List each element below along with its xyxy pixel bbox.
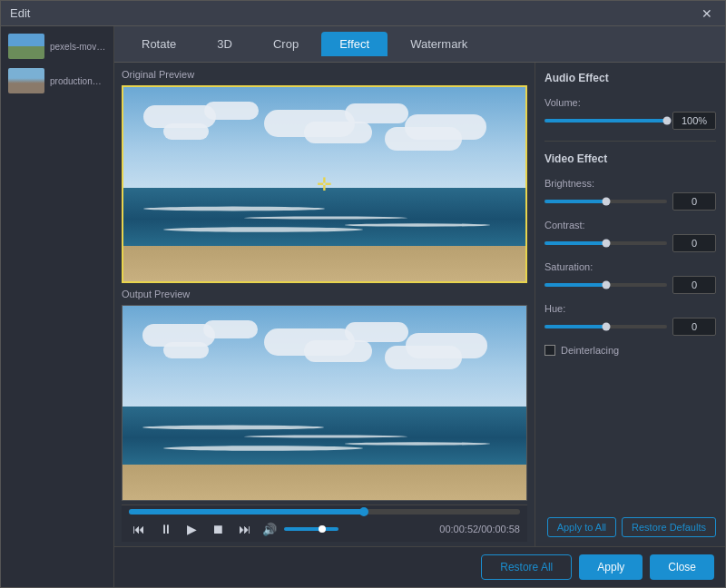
saturation-track[interactable] — [544, 283, 667, 287]
saturation-slider-row — [544, 276, 716, 294]
hue-slider-thumb — [602, 323, 610, 331]
output-wave-1 — [142, 426, 324, 430]
progress-bar[interactable] — [129, 509, 520, 514]
contrast-input[interactable] — [672, 234, 716, 252]
brightness-track[interactable] — [544, 200, 667, 203]
tab-watermark[interactable]: Watermark — [392, 32, 486, 56]
right-panel: Rotate 3D Crop Effect Watermark Original… — [114, 26, 725, 587]
brightness-label: Brightness: — [544, 178, 716, 189]
deinterlacing-row: Deinterlacing — [544, 345, 716, 356]
output-wave-3 — [163, 446, 363, 451]
apply-button[interactable]: Apply — [579, 554, 643, 580]
window-title: Edit — [10, 6, 30, 20]
close-button[interactable]: Close — [650, 554, 714, 580]
apply-to-all-button[interactable]: Apply to All — [547, 517, 616, 537]
output-wave-2 — [244, 436, 407, 438]
output-preview-label: Output Preview — [122, 287, 527, 301]
volume-slider[interactable] — [284, 527, 338, 531]
divider-1 — [544, 141, 716, 142]
volume-input[interactable] — [672, 112, 716, 130]
video-section-title: Video Effect — [544, 152, 716, 165]
output-clouds — [123, 316, 526, 403]
saturation-input[interactable] — [672, 276, 716, 294]
tab-crop[interactable]: Crop — [255, 32, 317, 56]
stop-button[interactable]: ⏹ — [208, 520, 228, 538]
volume-thumb — [319, 525, 326, 533]
time-display: 00:00:52/00:00:58 — [439, 524, 520, 534]
output-cloud-8 — [385, 346, 462, 369]
output-wave-4 — [345, 442, 490, 446]
tab-3d[interactable]: 3D — [199, 32, 250, 56]
deinterlacing-checkbox[interactable] — [544, 345, 555, 356]
contrast-fill — [544, 241, 606, 245]
title-bar: Edit ✕ — [1, 1, 725, 26]
controls-row: ⏮ ⏸ ▶ ⏹ ⏭ 🔊 00:00:52/00:00:58 — [129, 520, 520, 538]
saturation-label: Saturation: — [544, 261, 716, 272]
content-area: Original Preview — [114, 63, 725, 546]
skip-back-button[interactable]: ⏮ — [129, 520, 149, 538]
saturation-row: Saturation: — [544, 261, 716, 294]
tab-effect[interactable]: Effect — [321, 32, 388, 56]
hue-label: Hue: — [544, 303, 716, 314]
audio-section-title: Audio Effect — [544, 72, 716, 84]
deinterlacing-label: Deinterlacing — [561, 345, 619, 356]
wave-4 — [345, 223, 490, 227]
hue-row: Hue: — [544, 303, 716, 336]
wave-3 — [163, 227, 363, 232]
sidebar-label-0: pexels-movie... — [50, 42, 106, 52]
original-ocean-scene: ✛ — [123, 87, 525, 281]
volume-track[interactable] — [544, 119, 667, 122]
output-cloud-2 — [203, 320, 258, 338]
contrast-slider-row — [544, 234, 716, 252]
tab-rotate[interactable]: Rotate — [123, 32, 194, 56]
hue-track[interactable] — [544, 325, 667, 328]
contrast-row: Contrast: — [544, 220, 716, 252]
apply-restore-row: Apply to All Restore Defaults — [544, 517, 716, 537]
play-pause-button[interactable]: ⏸ — [156, 520, 176, 538]
sidebar-item-1[interactable]: production_id... — [5, 65, 109, 96]
brightness-input[interactable] — [672, 192, 716, 211]
output-preview — [122, 305, 527, 501]
hue-input[interactable] — [672, 318, 716, 336]
sidebar-item-0[interactable]: pexels-movie... — [5, 31, 109, 62]
brightness-slider-thumb — [602, 198, 610, 206]
bottom-bar: Restore All Apply Close — [114, 546, 725, 587]
brightness-fill — [544, 200, 606, 203]
saturation-slider-thumb — [602, 281, 610, 289]
output-cloud-6 — [163, 342, 209, 358]
cloud-2 — [204, 102, 259, 120]
contrast-slider-thumb — [602, 240, 610, 248]
skip-forward-button[interactable]: ⏭ — [235, 520, 255, 538]
volume-row: Volume: — [544, 97, 716, 130]
restore-all-button[interactable]: Restore All — [481, 554, 572, 580]
close-window-button[interactable]: ✕ — [698, 5, 716, 23]
clouds — [123, 97, 525, 184]
hue-fill — [544, 325, 606, 328]
contrast-label: Contrast: — [544, 220, 716, 230]
output-waves — [123, 413, 526, 462]
volume-fill — [544, 119, 667, 122]
wave-1 — [143, 207, 325, 211]
brightness-row: Brightness: — [544, 178, 716, 211]
sidebar-label-1: production_id... — [50, 76, 106, 86]
player-bar: ⏮ ⏸ ▶ ⏹ ⏭ 🔊 00:00:52/00:00:58 — [122, 505, 527, 542]
saturation-fill — [544, 283, 606, 287]
preview-panel: Original Preview — [114, 63, 535, 546]
crosshair-icon: ✛ — [317, 173, 332, 195]
waves — [123, 194, 525, 243]
main-window: Edit ✕ pexels-movie... production_id... … — [0, 0, 726, 588]
contrast-track[interactable] — [544, 241, 667, 245]
cloud-8 — [385, 127, 462, 151]
hue-slider-row — [544, 318, 716, 336]
wave-2 — [244, 217, 407, 220]
brightness-slider-row — [544, 192, 716, 211]
progress-fill — [129, 509, 364, 514]
sidebar-thumb-0 — [8, 34, 44, 59]
volume-slider-thumb — [663, 117, 672, 125]
output-ocean-scene — [123, 306, 526, 500]
output-cloud-7 — [304, 340, 372, 362]
cloud-6 — [163, 123, 209, 140]
play-button[interactable]: ▶ — [183, 520, 201, 538]
original-preview: ✛ — [122, 85, 527, 283]
restore-defaults-button[interactable]: Restore Defaults — [622, 517, 716, 537]
